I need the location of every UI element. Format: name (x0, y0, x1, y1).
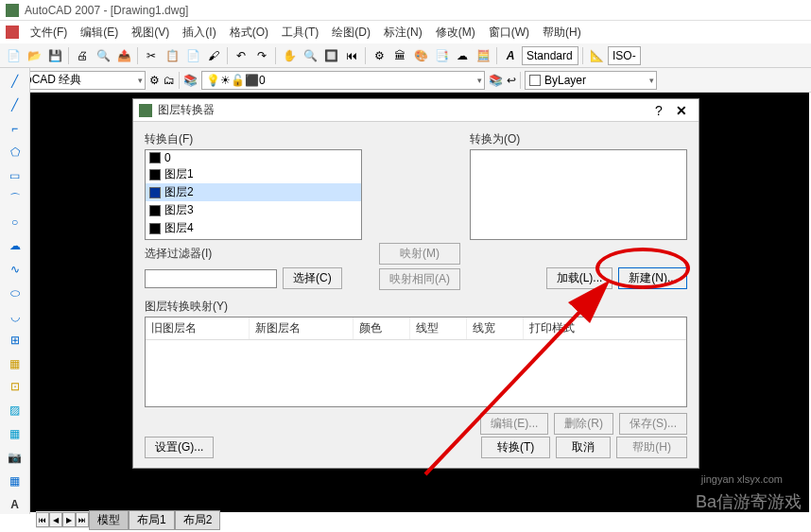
layer-combo[interactable]: 💡 ☀ 🔓 ⬛ 0 (201, 71, 485, 90)
cancel-button[interactable]: 取消 (556, 437, 611, 458)
from-list[interactable]: 0 图层1 图层2 图层3 图层4 (145, 149, 362, 240)
properties-icon[interactable]: ⚙ (370, 46, 388, 65)
settings-button[interactable]: 设置(G)... (145, 437, 214, 458)
tab-first-icon[interactable]: ⏮ (36, 512, 49, 527)
open-icon[interactable]: 📂 (25, 46, 43, 65)
iso-combo[interactable]: ISO- (608, 46, 641, 65)
publish-icon[interactable]: 📤 (114, 46, 133, 65)
point-icon[interactable]: ⊡ (5, 377, 26, 397)
circle-icon[interactable]: ○ (5, 213, 26, 232)
tab-prev-icon[interactable]: ◀ (49, 512, 62, 527)
list-item[interactable]: 图层4 (146, 219, 361, 237)
rectangle-icon[interactable]: ▭ (5, 165, 26, 185)
convert-button[interactable]: 转换(T) (481, 437, 550, 458)
zoom-icon[interactable]: 🔍 (301, 46, 319, 65)
menu-window[interactable]: 窗口(W) (483, 23, 535, 43)
save-button[interactable]: 保存(S)... (619, 413, 687, 435)
col-linetype[interactable]: 线型 (410, 317, 467, 339)
markup-icon[interactable]: ☁ (453, 46, 472, 65)
sheetset-icon[interactable]: 📑 (432, 46, 451, 65)
col-new[interactable]: 新图层名 (250, 317, 354, 339)
list-item[interactable]: 图层1 (146, 165, 361, 183)
paste-icon[interactable]: 📄 (183, 46, 202, 65)
revcloud-icon[interactable]: ☁ (5, 236, 26, 256)
designcenter-icon[interactable]: 🏛 (390, 46, 409, 65)
mapping-table[interactable]: 旧图层名 新图层名 颜色 线型 线宽 打印样式 (145, 317, 687, 407)
list-item[interactable]: 图层3 (146, 201, 361, 219)
menu-format[interactable]: 格式(O) (224, 23, 274, 43)
zoom-prev-icon[interactable]: ⏮ (342, 46, 361, 65)
menu-view[interactable]: 视图(V) (126, 23, 175, 43)
menu-modify[interactable]: 修改(M) (430, 23, 481, 43)
col-old[interactable]: 旧图层名 (146, 317, 250, 339)
copy-icon[interactable]: 📋 (163, 46, 181, 65)
tab-model[interactable]: 模型 (89, 510, 129, 530)
edit-button[interactable]: 编辑(E)... (480, 413, 548, 435)
polygon-icon[interactable]: ⬠ (5, 143, 26, 163)
list-item[interactable]: 0 (146, 150, 361, 165)
menu-file[interactable]: 文件(F) (25, 23, 73, 43)
zoom-window-icon[interactable]: 🔲 (321, 46, 340, 65)
filter-input[interactable] (145, 269, 277, 288)
menu-help[interactable]: 帮助(H) (537, 23, 587, 43)
tab-last-icon[interactable]: ⏭ (76, 512, 89, 527)
map-same-button[interactable]: 映射相同(A) (379, 268, 460, 290)
dimstyle-icon[interactable]: 📐 (587, 46, 606, 65)
cut-icon[interactable]: ✂ (142, 46, 161, 65)
ellipse-icon[interactable]: ⬭ (5, 283, 26, 303)
gear-icon[interactable]: ⚙ (149, 74, 160, 87)
ellipsearc-icon[interactable]: ◡ (5, 306, 26, 326)
layerstate-icon[interactable]: 📚 (489, 74, 503, 87)
textstyle-icon[interactable]: A (501, 46, 520, 65)
menu-insert[interactable]: 插入(I) (177, 23, 221, 43)
new-button[interactable]: 新建(N)... (618, 267, 687, 289)
map-button[interactable]: 映射(M) (379, 243, 460, 265)
dialog-close-icon[interactable]: ✕ (670, 103, 693, 118)
layerprops-icon[interactable]: 📚 (183, 74, 198, 87)
help-button[interactable]: 帮助(H) (616, 437, 687, 458)
new-icon[interactable]: 📄 (4, 46, 23, 65)
xline-icon[interactable]: ╱ (5, 95, 26, 115)
spline-icon[interactable]: ∿ (5, 260, 26, 280)
load-button[interactable]: 加载(L)... (546, 267, 613, 289)
text-icon[interactable]: A (5, 494, 26, 514)
undo-icon[interactable]: ↶ (232, 46, 250, 65)
color-combo[interactable]: ByLayer (525, 71, 657, 90)
col-plotstyle[interactable]: 打印样式 (524, 317, 686, 339)
tab-layout1[interactable]: 布局1 (129, 510, 175, 530)
tab-next-icon[interactable]: ▶ (62, 512, 76, 527)
block-icon[interactable]: ▦ (5, 353, 26, 373)
match-icon[interactable]: 🖌 (204, 46, 223, 65)
insert-icon[interactable]: ⊞ (5, 330, 26, 350)
dialog-help-icon[interactable]: ? (647, 103, 670, 118)
table-icon[interactable]: ▦ (5, 471, 26, 490)
tab-layout2[interactable]: 布局2 (175, 510, 221, 530)
print-icon[interactable]: 🖨 (73, 46, 92, 65)
polyline-icon[interactable]: ⌐ (5, 119, 26, 139)
delete-button[interactable]: 删除(R) (554, 413, 613, 435)
col-color[interactable]: 颜色 (354, 317, 410, 339)
gradient-icon[interactable]: ▦ (5, 424, 26, 444)
toolpalettes-icon[interactable]: 🎨 (411, 46, 430, 65)
list-item[interactable]: 图层2 (146, 183, 361, 201)
layerprev-icon[interactable]: ↩ (507, 74, 516, 87)
menu-tools[interactable]: 工具(T) (276, 23, 324, 43)
arc-icon[interactable]: ⌒ (5, 189, 26, 209)
redo-icon[interactable]: ↷ (252, 46, 271, 65)
line-icon[interactable]: ╱ (5, 72, 26, 92)
preview-icon[interactable]: 🔍 (94, 46, 112, 65)
select-button[interactable]: 选择(C) (283, 267, 342, 289)
workspace-icon[interactable]: 🗂 (164, 74, 175, 87)
region-icon[interactable]: 📷 (5, 448, 26, 468)
style-combo[interactable]: Standard (522, 46, 578, 65)
calc-icon[interactable]: 🧮 (474, 46, 492, 65)
menu-edit[interactable]: 编辑(E) (75, 23, 124, 43)
col-lineweight[interactable]: 线宽 (467, 317, 524, 339)
menu-draw[interactable]: 绘图(D) (326, 23, 376, 43)
save-icon[interactable]: 💾 (45, 46, 64, 65)
pan-icon[interactable]: ✋ (280, 46, 299, 65)
to-list[interactable] (470, 149, 687, 240)
menu-dim[interactable]: 标注(N) (378, 23, 428, 43)
draw-toolbar: ╱ ╱ ⌐ ⬠ ▭ ⌒ ○ ☁ ∿ ⬭ ◡ ⊞ ▦ ⊡ ▨ ▦ 📷 ▦ A (0, 68, 30, 514)
hatch-icon[interactable]: ▨ (5, 401, 26, 420)
